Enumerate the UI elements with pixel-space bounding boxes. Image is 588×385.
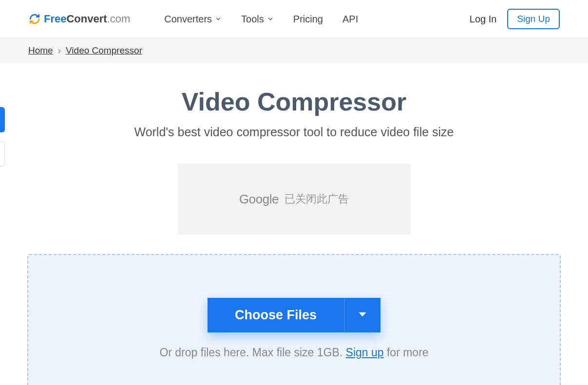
nav-api-label: API xyxy=(342,14,358,25)
nav-tools-label: Tools xyxy=(241,14,264,25)
page-title: Video Compressor xyxy=(19,87,569,116)
logo-text-free: Free xyxy=(44,13,66,25)
refresh-icon xyxy=(28,13,41,25)
nav-pricing[interactable]: Pricing xyxy=(293,14,323,25)
site-logo[interactable]: Free Convert .com xyxy=(28,13,130,25)
file-drop-zone[interactable]: Choose Files Or drop files here. Max fil… xyxy=(27,254,561,385)
nav-api[interactable]: API xyxy=(342,14,358,25)
ad-closed-text: 已关闭此广告 xyxy=(285,192,349,206)
drop-suffix: for more xyxy=(384,346,429,359)
nav-tools[interactable]: Tools xyxy=(241,14,274,25)
main-content: Video Compressor World's best video comp… xyxy=(9,63,579,385)
breadcrumb-home[interactable]: Home xyxy=(28,45,53,56)
side-tab-feedback[interactable] xyxy=(0,107,5,132)
logo-text-convert: Convert xyxy=(66,13,107,25)
choose-files-group: Choose Files xyxy=(208,298,380,332)
chevron-right-icon: › xyxy=(58,45,61,56)
nav-converters[interactable]: Converters xyxy=(164,14,222,25)
choose-files-dropdown[interactable] xyxy=(344,298,380,332)
auth-section: Log In Sign Up xyxy=(470,9,560,29)
drop-prefix: Or drop files here. Max file size 1GB. xyxy=(159,346,345,359)
choose-files-button[interactable]: Choose Files xyxy=(208,298,344,332)
breadcrumb: Home › Video Compressor xyxy=(0,38,588,63)
ad-placeholder: Google 已关闭此广告 xyxy=(178,164,411,235)
drop-hint-text: Or drop files here. Max file size 1GB. S… xyxy=(38,346,550,359)
page-subtitle: World's best video compressor tool to re… xyxy=(19,125,569,139)
side-tab-secondary[interactable] xyxy=(0,141,5,166)
login-link[interactable]: Log In xyxy=(470,14,497,25)
google-logo-text: Google xyxy=(239,192,279,207)
chevron-down-icon xyxy=(267,14,274,25)
logo-text-com: .com xyxy=(107,13,131,25)
signup-link-inline[interactable]: Sign up xyxy=(346,346,384,359)
signup-button[interactable]: Sign Up xyxy=(507,9,560,29)
nav-converters-label: Converters xyxy=(164,14,212,25)
breadcrumb-current[interactable]: Video Compressor xyxy=(66,45,142,56)
chevron-down-icon xyxy=(215,14,222,25)
main-header: Free Convert .com Converters Tools Prici… xyxy=(0,0,588,38)
main-nav: Converters Tools Pricing API xyxy=(164,14,469,25)
chevron-down-icon xyxy=(356,308,369,322)
nav-pricing-label: Pricing xyxy=(293,14,323,25)
